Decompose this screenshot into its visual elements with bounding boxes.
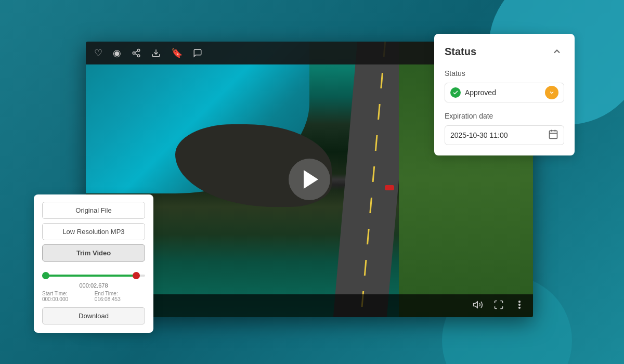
status-panel-header: Status — [445, 44, 564, 59]
volume-icon[interactable] — [473, 300, 483, 313]
svg-marker-6 — [474, 302, 478, 308]
eye-icon[interactable]: ◉ — [113, 47, 121, 59]
approved-icon — [450, 87, 461, 98]
svg-point-8 — [519, 304, 521, 305]
svg-point-0 — [137, 49, 140, 52]
status-approved-text: Approved — [465, 88, 545, 97]
svg-line-3 — [135, 54, 137, 55]
road-line — [360, 42, 385, 317]
expiry-value: 2025-10-30 11:00 — [450, 131, 548, 139]
svg-point-9 — [519, 307, 521, 308]
status-field-label: Status — [445, 69, 564, 77]
comment-icon[interactable] — [193, 48, 202, 58]
svg-point-1 — [133, 52, 135, 55]
trim-times-row: Start Time: 000:00.000 End Time: 016:08.… — [42, 291, 145, 302]
play-triangle-icon — [304, 170, 318, 189]
download-button[interactable]: Download — [42, 307, 145, 324]
download-panel: Original File Low Resolution MP3 Trim Vi… — [34, 194, 153, 333]
fullscreen-icon[interactable] — [493, 300, 504, 313]
collapse-button[interactable] — [550, 44, 564, 59]
status-dropdown-arrow[interactable] — [545, 86, 558, 99]
expiry-label: Expiration date — [445, 112, 564, 120]
svg-point-2 — [137, 55, 140, 57]
download-icon[interactable] — [151, 48, 161, 58]
end-time-label: End Time: 016:08.453 — [95, 291, 145, 302]
more-options-icon[interactable] — [514, 300, 525, 313]
low-resolution-mp3-button[interactable]: Low Resolution MP3 — [42, 223, 145, 240]
svg-point-7 — [519, 301, 521, 302]
expiry-input[interactable]: 2025-10-30 11:00 — [445, 125, 564, 145]
trim-current-time: 000:02.678 — [42, 282, 145, 289]
trim-slider[interactable] — [42, 271, 145, 280]
play-button[interactable] — [289, 159, 330, 200]
bookmark-icon[interactable]: 🔖 — [171, 47, 183, 59]
calendar-icon[interactable] — [548, 129, 558, 142]
red-car — [385, 185, 394, 190]
trim-handle-left[interactable] — [42, 272, 49, 279]
start-time-label: Start Time: 000:00.000 — [42, 291, 95, 302]
trim-video-button[interactable]: Trim Video — [42, 244, 145, 262]
trim-range — [42, 275, 140, 277]
svg-line-4 — [135, 51, 137, 53]
trim-handle-right[interactable] — [133, 272, 140, 279]
svg-rect-10 — [550, 131, 557, 138]
original-file-button[interactable]: Original File — [42, 202, 145, 219]
heart-icon[interactable]: ♡ — [94, 47, 102, 59]
status-panel: Status Status Approved Expiration date 2… — [434, 34, 575, 155]
status-dropdown[interactable]: Approved — [445, 83, 564, 102]
share-icon[interactable] — [132, 48, 141, 58]
status-panel-title: Status — [445, 46, 476, 58]
